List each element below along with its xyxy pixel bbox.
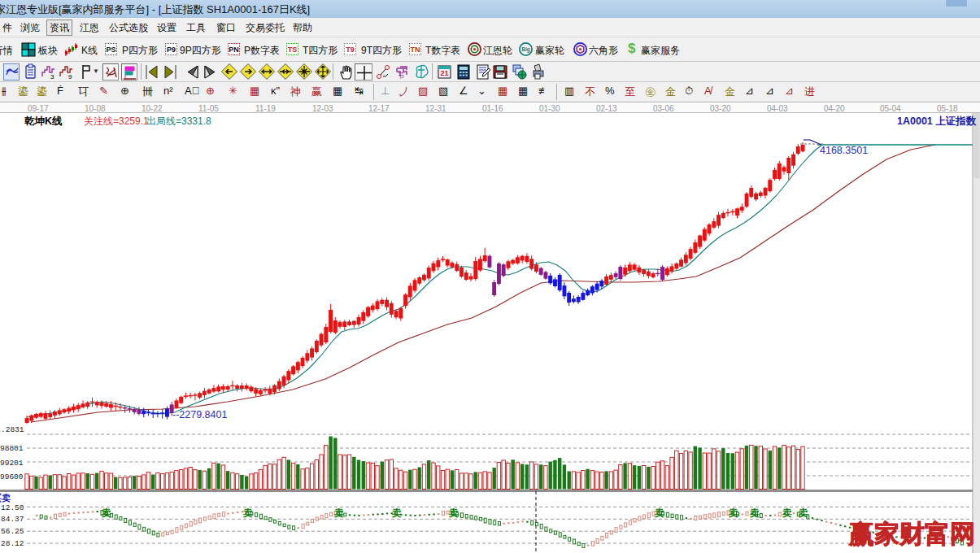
svg-text:卖: 卖 — [101, 507, 111, 519]
svg-text:.2831: .2831 — [1, 425, 24, 434]
svg-text:关注线=3259.1: 关注线=3259.1 — [84, 115, 149, 127]
svg-text:12.50: 12.50 — [1, 503, 24, 512]
svg-text:赢家财富网: 赢家财富网 — [848, 520, 975, 548]
svg-text:买卖: 买卖 — [0, 493, 11, 503]
svg-text:9: 9 — [68, 73, 72, 81]
svg-text:1A0001 上证指数: 1A0001 上证指数 — [897, 115, 977, 127]
svg-text:卖: 卖 — [242, 507, 253, 519]
svg-text:84.37: 84.37 — [1, 515, 24, 524]
svg-text:--2279.8401: --2279.8401 — [172, 409, 227, 420]
svg-text:21: 21 — [440, 69, 448, 77]
svg-text:乾坤K线: 乾坤K线 — [24, 115, 63, 127]
svg-text:卖: 卖 — [654, 507, 664, 519]
svg-text:卖: 卖 — [333, 507, 344, 519]
svg-text:出局线=3331.8: 出局线=3331.8 — [146, 115, 211, 127]
svg-text:卖: 卖 — [391, 507, 402, 519]
svg-text:4168.3501: 4168.3501 — [820, 145, 868, 156]
svg-text:卖: 卖 — [798, 507, 808, 519]
svg-text:Big: Big — [521, 46, 530, 53]
svg-text:99201: 99201 — [0, 459, 24, 468]
svg-text:98801: 98801 — [0, 444, 24, 453]
svg-text:99600: 99600 — [0, 472, 24, 481]
svg-text:卖: 卖 — [728, 507, 738, 519]
svg-text:卖: 卖 — [749, 507, 760, 519]
svg-text:卖: 卖 — [782, 507, 792, 519]
svg-text:56.25: 56.25 — [1, 527, 24, 536]
svg-text:节: 节 — [398, 72, 405, 80]
svg-text:28.12: 28.12 — [1, 539, 24, 548]
svg-text:卖: 卖 — [448, 507, 459, 519]
svg-text:3: 3 — [50, 73, 54, 81]
